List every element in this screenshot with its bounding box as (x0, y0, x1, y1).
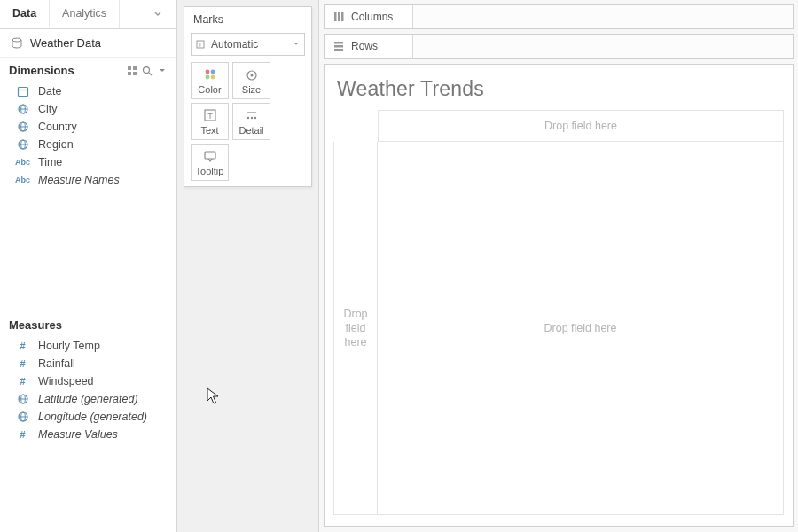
field-date[interactable]: Date (0, 82, 176, 100)
field-country[interactable]: Country (0, 118, 176, 136)
svg-point-35 (250, 116, 252, 118)
svg-point-5 (144, 66, 150, 73)
svg-rect-41 (341, 12, 344, 21)
rows-shelf[interactable]: Rows (324, 34, 794, 59)
field-measure-values[interactable]: #Measure Values (0, 426, 176, 443)
number-icon: # (16, 376, 29, 387)
field-longitude[interactable]: Longitude (generated) (0, 408, 176, 426)
field-city[interactable]: City (0, 100, 176, 118)
field-rainfall[interactable]: #Rainfall (0, 355, 176, 372)
svg-line-6 (149, 73, 152, 75)
rows-icon (332, 40, 345, 52)
svg-point-29 (210, 74, 215, 79)
columns-shelf-head: Columns (325, 5, 413, 28)
text-icon: T (203, 108, 217, 122)
view-as-icon[interactable] (127, 66, 137, 76)
marks-button-label: Text (200, 125, 218, 136)
search-icon[interactable] (142, 66, 153, 76)
marks-card: Marks T Automatic Color Size T Text (184, 6, 312, 187)
columns-shelf-body[interactable] (413, 5, 793, 28)
globe-icon (16, 103, 29, 115)
svg-rect-44 (334, 49, 343, 51)
number-icon: # (16, 429, 29, 440)
svg-point-27 (210, 69, 215, 74)
field-hourly-temp[interactable]: #Hourly Temp (0, 337, 176, 355)
globe-icon (16, 411, 29, 423)
field-label: City (38, 103, 58, 115)
svg-point-28 (205, 74, 209, 79)
calendar-icon (16, 85, 29, 98)
svg-point-0 (12, 38, 21, 42)
marks-button-label: Tooltip (196, 166, 224, 176)
svg-rect-39 (334, 12, 337, 21)
data-pane: Data Analytics Weather Data Dimensions D… (0, 0, 177, 532)
rows-shelf-body[interactable] (413, 35, 793, 58)
marks-tooltip-button[interactable]: Tooltip (191, 144, 229, 181)
globe-icon (16, 138, 29, 151)
columns-shelf-label: Columns (351, 11, 393, 23)
globe-icon (16, 393, 29, 405)
marks-detail-button[interactable]: Detail (232, 103, 270, 140)
field-region[interactable]: Region (0, 136, 176, 153)
rows-shelf-head: Rows (325, 35, 413, 58)
drop-rows-text: Drop field here (343, 307, 367, 350)
svg-point-34 (246, 116, 248, 118)
columns-shelf[interactable]: Columns (324, 4, 794, 29)
svg-rect-42 (334, 42, 343, 44)
abc-icon: Abc (16, 158, 29, 167)
measures-list: #Hourly Temp #Rainfall #Windspeed Latitu… (0, 335, 176, 532)
tab-menu[interactable] (120, 0, 176, 28)
field-label: Windspeed (38, 375, 94, 387)
datasource-name: Weather Data (30, 36, 101, 50)
marks-title: Marks (184, 7, 311, 30)
dropdown-caret-icon[interactable] (157, 66, 168, 76)
field-latitude[interactable]: Latitude (generated) (0, 390, 176, 408)
viz-title[interactable]: Weather Trends (325, 65, 793, 110)
viz-canvas: Weather Trends Drop field here Drop fiel… (324, 64, 794, 527)
abc-icon: Abc (16, 176, 29, 184)
tab-analytics[interactable]: Analytics (50, 0, 120, 28)
measures-title: Measures (9, 318, 62, 332)
size-icon (245, 67, 259, 82)
color-icon (203, 67, 217, 82)
dimensions-title: Dimensions (9, 64, 74, 77)
svg-point-26 (205, 69, 209, 74)
marks-button-label: Size (242, 84, 261, 95)
marktype-icon: T (192, 39, 209, 50)
drop-rows-zone[interactable]: Drop field here (333, 142, 378, 515)
field-label: Country (38, 121, 77, 133)
svg-rect-43 (334, 45, 343, 48)
field-label: Measure Names (38, 174, 120, 186)
svg-rect-3 (128, 72, 131, 75)
detail-icon (245, 108, 259, 122)
drop-columns-zone[interactable]: Drop field here (378, 110, 784, 142)
dimensions-list: Date City Country Region AbcTime AbcMeas… (0, 81, 176, 198)
cursor-icon (207, 387, 221, 405)
field-time[interactable]: AbcTime (0, 153, 176, 171)
marks-size-button[interactable]: Size (232, 62, 270, 99)
columns-icon (332, 11, 345, 23)
marks-color-button[interactable]: Color (191, 62, 229, 99)
svg-point-31 (250, 74, 253, 76)
number-icon: # (16, 340, 29, 351)
field-label: Rainfall (38, 357, 75, 370)
caret-icon (153, 9, 163, 20)
measures-header: Measures (0, 312, 176, 335)
caret-down-icon (288, 40, 304, 49)
svg-rect-38 (205, 152, 215, 159)
svg-text:T: T (207, 112, 213, 121)
field-windspeed[interactable]: #Windspeed (0, 372, 176, 390)
marks-text-button[interactable]: T Text (191, 103, 229, 140)
datasource[interactable]: Weather Data (0, 29, 176, 58)
mark-type-dropdown[interactable]: T Automatic (191, 33, 305, 56)
tab-data[interactable]: Data (0, 0, 50, 28)
svg-rect-1 (128, 66, 131, 70)
svg-rect-2 (133, 66, 137, 70)
mark-type-label: Automatic (209, 38, 288, 51)
field-label: Region (38, 138, 74, 151)
svg-point-36 (254, 116, 255, 118)
drop-main-zone[interactable]: Drop field here (378, 142, 784, 515)
field-measure-names[interactable]: AbcMeasure Names (0, 171, 176, 189)
marks-button-label: Detail (239, 125, 263, 136)
svg-rect-4 (133, 72, 137, 75)
